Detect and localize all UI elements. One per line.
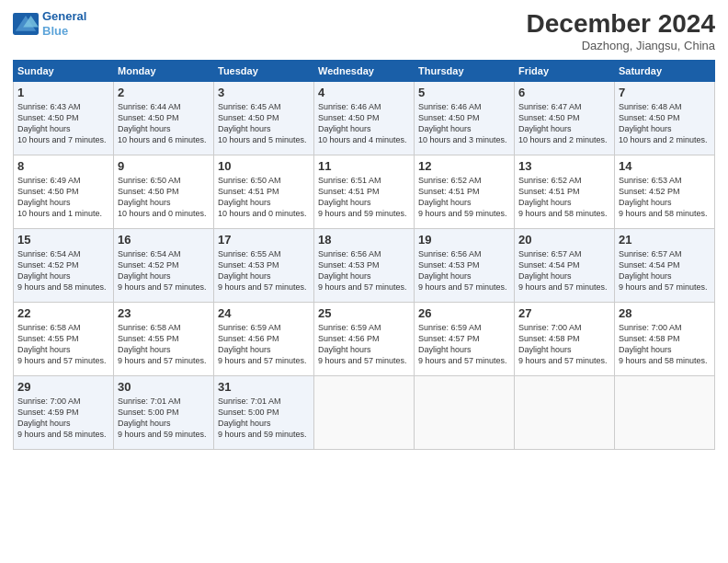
day-info: Sunrise: 6:57 AM Sunset: 4:54 PM Dayligh… (518, 248, 610, 293)
day-cell: 9 Sunrise: 6:50 AM Sunset: 4:50 PM Dayli… (114, 155, 214, 229)
day-info: Sunrise: 6:45 AM Sunset: 4:50 PM Dayligh… (218, 101, 310, 146)
calendar-body: 1 Sunrise: 6:43 AM Sunset: 4:50 PM Dayli… (14, 82, 715, 450)
day-info: Sunrise: 6:46 AM Sunset: 4:50 PM Dayligh… (318, 101, 410, 146)
day-info: Sunrise: 6:48 AM Sunset: 4:50 PM Dayligh… (619, 101, 711, 146)
day-number: 26 (418, 306, 510, 320)
day-number: 18 (318, 233, 410, 247)
day-cell: 5 Sunrise: 6:46 AM Sunset: 4:50 PM Dayli… (415, 82, 515, 155)
day-cell (515, 376, 615, 450)
day-info: Sunrise: 6:55 AM Sunset: 4:53 PM Dayligh… (218, 248, 310, 293)
logo: General Blue (13, 9, 86, 38)
day-info: Sunrise: 6:50 AM Sunset: 4:50 PM Dayligh… (118, 175, 210, 220)
day-cell: 1 Sunrise: 6:43 AM Sunset: 4:50 PM Dayli… (14, 82, 114, 155)
day-number: 24 (218, 306, 310, 320)
day-info: Sunrise: 6:58 AM Sunset: 4:55 PM Dayligh… (118, 322, 210, 367)
logo-text: General Blue (42, 9, 86, 38)
day-number: 30 (118, 380, 210, 394)
month-title: December 2024 (527, 9, 715, 39)
day-number: 15 (17, 233, 109, 247)
col-friday: Friday (515, 61, 615, 82)
logo-icon (13, 13, 39, 35)
day-cell: 21 Sunrise: 6:57 AM Sunset: 4:54 PM Dayl… (615, 229, 715, 303)
day-info: Sunrise: 6:50 AM Sunset: 4:51 PM Dayligh… (218, 175, 310, 220)
day-cell: 31 Sunrise: 7:01 AM Sunset: 5:00 PM Dayl… (214, 376, 314, 450)
day-number: 25 (318, 306, 410, 320)
day-number: 12 (418, 159, 510, 173)
day-cell: 6 Sunrise: 6:47 AM Sunset: 4:50 PM Dayli… (515, 82, 615, 155)
day-number: 13 (518, 159, 610, 173)
day-info: Sunrise: 6:54 AM Sunset: 4:52 PM Dayligh… (17, 248, 109, 293)
day-info: Sunrise: 6:49 AM Sunset: 4:50 PM Dayligh… (17, 175, 109, 220)
day-info: Sunrise: 6:54 AM Sunset: 4:52 PM Dayligh… (118, 248, 210, 293)
week-row-5: 29 Sunrise: 7:00 AM Sunset: 4:59 PM Dayl… (14, 376, 715, 450)
location: Dazhong, Jiangsu, China (527, 39, 715, 52)
day-cell: 25 Sunrise: 6:59 AM Sunset: 4:56 PM Dayl… (314, 303, 415, 376)
day-cell: 8 Sunrise: 6:49 AM Sunset: 4:50 PM Dayli… (14, 155, 114, 229)
day-info: Sunrise: 7:01 AM Sunset: 5:00 PM Dayligh… (218, 396, 310, 441)
day-number: 14 (619, 159, 711, 173)
day-info: Sunrise: 6:52 AM Sunset: 4:51 PM Dayligh… (518, 175, 610, 220)
day-number: 16 (118, 233, 210, 247)
day-cell: 30 Sunrise: 7:01 AM Sunset: 5:00 PM Dayl… (114, 376, 214, 450)
day-number: 9 (118, 159, 210, 173)
day-number: 10 (218, 159, 310, 173)
day-number: 20 (518, 233, 610, 247)
day-cell: 12 Sunrise: 6:52 AM Sunset: 4:51 PM Dayl… (415, 155, 515, 229)
day-number: 3 (218, 86, 310, 99)
day-cell: 18 Sunrise: 6:56 AM Sunset: 4:53 PM Dayl… (314, 229, 415, 303)
day-cell: 7 Sunrise: 6:48 AM Sunset: 4:50 PM Dayli… (615, 82, 715, 155)
day-cell: 24 Sunrise: 6:59 AM Sunset: 4:56 PM Dayl… (214, 303, 314, 376)
day-cell (615, 376, 715, 450)
day-number: 19 (418, 233, 510, 247)
day-number: 2 (118, 86, 210, 99)
day-cell: 11 Sunrise: 6:51 AM Sunset: 4:51 PM Dayl… (314, 155, 415, 229)
day-info: Sunrise: 6:51 AM Sunset: 4:51 PM Dayligh… (318, 175, 410, 220)
day-info: Sunrise: 6:56 AM Sunset: 4:53 PM Dayligh… (318, 248, 410, 293)
day-info: Sunrise: 6:59 AM Sunset: 4:57 PM Dayligh… (418, 322, 510, 367)
col-thursday: Thursday (415, 61, 515, 82)
day-cell: 17 Sunrise: 6:55 AM Sunset: 4:53 PM Dayl… (214, 229, 314, 303)
day-cell (415, 376, 515, 450)
day-cell: 10 Sunrise: 6:50 AM Sunset: 4:51 PM Dayl… (214, 155, 314, 229)
day-info: Sunrise: 6:58 AM Sunset: 4:55 PM Dayligh… (17, 322, 109, 367)
col-monday: Monday (114, 61, 214, 82)
day-cell: 3 Sunrise: 6:45 AM Sunset: 4:50 PM Dayli… (214, 82, 314, 155)
day-cell: 19 Sunrise: 6:56 AM Sunset: 4:53 PM Dayl… (415, 229, 515, 303)
day-info: Sunrise: 6:53 AM Sunset: 4:52 PM Dayligh… (619, 175, 711, 220)
day-cell: 23 Sunrise: 6:58 AM Sunset: 4:55 PM Dayl… (114, 303, 214, 376)
main-container: General Blue December 2024 Dazhong, Jian… (0, 0, 728, 455)
day-cell: 4 Sunrise: 6:46 AM Sunset: 4:50 PM Dayli… (314, 82, 415, 155)
day-cell: 27 Sunrise: 7:00 AM Sunset: 4:58 PM Dayl… (515, 303, 615, 376)
day-info: Sunrise: 7:01 AM Sunset: 5:00 PM Dayligh… (118, 396, 210, 441)
col-saturday: Saturday (615, 61, 715, 82)
day-cell: 15 Sunrise: 6:54 AM Sunset: 4:52 PM Dayl… (14, 229, 114, 303)
col-wednesday: Wednesday (314, 61, 415, 82)
day-info: Sunrise: 6:56 AM Sunset: 4:53 PM Dayligh… (418, 248, 510, 293)
day-cell: 20 Sunrise: 6:57 AM Sunset: 4:54 PM Dayl… (515, 229, 615, 303)
day-cell (314, 376, 415, 450)
day-number: 7 (619, 86, 711, 99)
week-row-3: 15 Sunrise: 6:54 AM Sunset: 4:52 PM Dayl… (14, 229, 715, 303)
col-tuesday: Tuesday (214, 61, 314, 82)
day-number: 4 (318, 86, 410, 99)
calendar-table: Sunday Monday Tuesday Wednesday Thursday… (13, 60, 715, 450)
day-info: Sunrise: 6:59 AM Sunset: 4:56 PM Dayligh… (318, 322, 410, 367)
day-number: 28 (619, 306, 711, 320)
day-info: Sunrise: 7:00 AM Sunset: 4:58 PM Dayligh… (518, 322, 610, 367)
week-row-2: 8 Sunrise: 6:49 AM Sunset: 4:50 PM Dayli… (14, 155, 715, 229)
day-cell: 2 Sunrise: 6:44 AM Sunset: 4:50 PM Dayli… (114, 82, 214, 155)
day-number: 27 (518, 306, 610, 320)
day-number: 6 (518, 86, 610, 99)
day-number: 22 (17, 306, 109, 320)
header-row: Sunday Monday Tuesday Wednesday Thursday… (14, 61, 715, 82)
day-cell: 14 Sunrise: 6:53 AM Sunset: 4:52 PM Dayl… (615, 155, 715, 229)
header: General Blue December 2024 Dazhong, Jian… (13, 9, 715, 52)
day-info: Sunrise: 6:52 AM Sunset: 4:51 PM Dayligh… (418, 175, 510, 220)
day-number: 21 (619, 233, 711, 247)
day-cell: 16 Sunrise: 6:54 AM Sunset: 4:52 PM Dayl… (114, 229, 214, 303)
day-cell: 22 Sunrise: 6:58 AM Sunset: 4:55 PM Dayl… (14, 303, 114, 376)
day-info: Sunrise: 7:00 AM Sunset: 4:59 PM Dayligh… (17, 396, 109, 441)
day-info: Sunrise: 6:59 AM Sunset: 4:56 PM Dayligh… (218, 322, 310, 367)
title-section: December 2024 Dazhong, Jiangsu, China (527, 9, 715, 52)
day-number: 23 (118, 306, 210, 320)
